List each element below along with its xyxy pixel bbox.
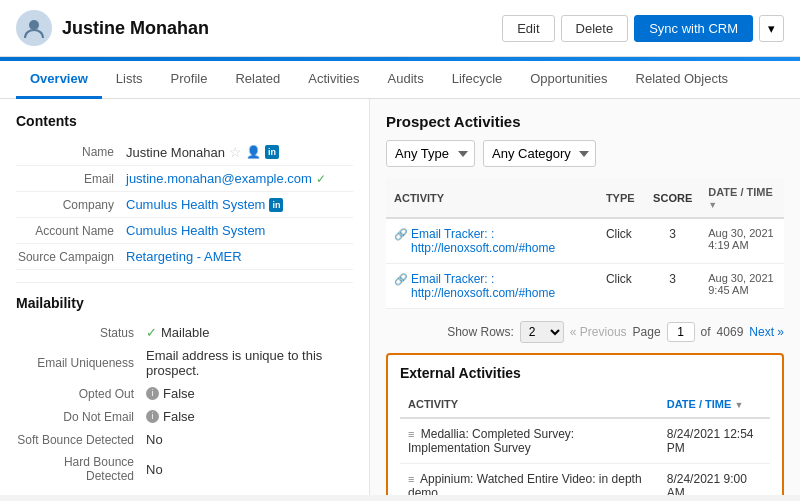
status-text: Mailable — [161, 325, 209, 340]
of-label: of — [701, 325, 711, 339]
mailable-check-icon: ✓ — [146, 325, 157, 340]
activity-row: 🔗 Email Tracker: : http://lenoxsoft.com/… — [386, 264, 784, 309]
show-rows-label: Show Rows: — [447, 325, 514, 339]
activity-cell-0: 🔗 Email Tracker: : http://lenoxsoft.com/… — [386, 218, 598, 264]
page-header: Justine Monahan Edit Delete Sync with CR… — [0, 0, 800, 57]
mailability-soft-bounce: Soft Bounce Detected No — [16, 428, 353, 451]
company-linkedin-icon[interactable]: in — [269, 198, 283, 212]
company-link[interactable]: Cumulus Health System — [126, 197, 265, 212]
date-sort-arrow: ▼ — [708, 200, 717, 210]
score-cell-1: 3 — [645, 264, 700, 309]
delete-button[interactable]: Delete — [561, 15, 629, 42]
sync-crm-button[interactable]: Sync with CRM — [634, 15, 753, 42]
activity-cell-1: 🔗 Email Tracker: : http://lenoxsoft.com/… — [386, 264, 598, 309]
tab-profile[interactable]: Profile — [157, 61, 222, 99]
account-link[interactable]: Cumulus Health System — [126, 223, 265, 238]
status-label: Status — [16, 326, 146, 340]
prospect-activities-section: Prospect Activities Any Type Email Click… — [386, 113, 784, 353]
type-cell-1: Click — [598, 264, 645, 309]
category-filter-select[interactable]: Any Category Marketing Sales — [483, 140, 596, 167]
tab-lifecycle[interactable]: Lifecycle — [438, 61, 517, 99]
score-cell-0: 3 — [645, 218, 700, 264]
email-uniqueness-value: Email address is unique to this prospect… — [146, 348, 353, 378]
activity-link-0[interactable]: 🔗 Email Tracker: : http://lenoxsoft.com/… — [394, 227, 590, 255]
mailability-status: Status ✓ Mailable — [16, 321, 353, 344]
email-value: justine.monahan@example.com ✓ — [126, 171, 353, 186]
activities-table: ACTIVITY TYPE SCORE DATE / TIME ▼ 🔗 Emai… — [386, 179, 784, 309]
nav-tabs: Overview Lists Profile Related Activitie… — [0, 61, 800, 99]
activity-link-1[interactable]: 🔗 Email Tracker: : http://lenoxsoft.com/… — [394, 272, 590, 300]
tab-overview[interactable]: Overview — [16, 61, 102, 99]
tab-activities[interactable]: Activities — [294, 61, 373, 99]
mailability-section: Mailability Status ✓ Mailable Email Uniq… — [16, 295, 353, 487]
page-label: Page — [633, 325, 661, 339]
external-activities-table: ACTIVITY DATE / TIME ▼ ≡ Medallia: Compl… — [400, 391, 770, 495]
name-value: Justine Monahan ☆ 👤 in — [126, 144, 353, 160]
ext-icon-0: ≡ — [408, 428, 414, 440]
page-number-input[interactable] — [667, 322, 695, 342]
account-label: Account Name — [16, 223, 126, 238]
edit-button[interactable]: Edit — [502, 15, 554, 42]
external-activities-section: External Activities ACTIVITY DATE / TIME… — [386, 353, 784, 495]
email-uniqueness-label: Email Uniqueness — [16, 356, 146, 370]
hard-bounce-label: Hard Bounce Detected — [16, 455, 146, 483]
opted-out-text: False — [163, 386, 195, 401]
mailability-do-not-email: Do Not Email i False — [16, 405, 353, 428]
type-cell-0: Click — [598, 218, 645, 264]
previous-page-button[interactable]: « Previous — [570, 325, 627, 339]
hard-bounce-value: No — [146, 462, 163, 477]
prospect-activities-title: Prospect Activities — [386, 113, 784, 130]
ext-activity-row: ≡ Appinium: Watched Entire Video: in dep… — [400, 464, 770, 496]
col-header-score: SCORE — [645, 179, 700, 218]
ext-activity-cell-0: ≡ Medallia: Completed Survey: Implementa… — [400, 418, 659, 464]
email-link[interactable]: justine.monahan@example.com — [126, 171, 312, 186]
right-panel: Prospect Activities Any Type Email Click… — [370, 99, 800, 495]
company-label: Company — [16, 197, 126, 212]
ext-icon-1: ≡ — [408, 473, 414, 485]
activity-row: 🔗 Email Tracker: : http://lenoxsoft.com/… — [386, 218, 784, 264]
mailability-uniqueness: Email Uniqueness Email address is unique… — [16, 344, 353, 382]
source-value: Retargeting - AMER — [126, 249, 353, 264]
page-title: Justine Monahan — [62, 18, 492, 39]
header-dropdown-button[interactable]: ▾ — [759, 15, 784, 42]
source-link[interactable]: Retargeting - AMER — [126, 249, 242, 264]
mailability-hard-bounce: Hard Bounce Detected No — [16, 451, 353, 487]
opted-out-label: Opted Out — [16, 387, 146, 401]
name-text: Justine Monahan — [126, 145, 225, 160]
col-header-type: TYPE — [598, 179, 645, 218]
soft-bounce-label: Soft Bounce Detected — [16, 433, 146, 447]
tab-opportunities[interactable]: Opportunities — [516, 61, 621, 99]
opted-out-info-icon[interactable]: i — [146, 387, 159, 400]
field-name: Name Justine Monahan ☆ 👤 in — [16, 139, 353, 166]
ext-date-sort-arrow: ▼ — [734, 400, 743, 410]
col-header-date: DATE / TIME ▼ — [700, 179, 784, 218]
tab-lists[interactable]: Lists — [102, 61, 157, 99]
left-panel: Contents Name Justine Monahan ☆ 👤 in Ema… — [0, 99, 370, 495]
type-filter-select[interactable]: Any Type Email Click View Form — [386, 140, 475, 167]
account-value: Cumulus Health System — [126, 223, 353, 238]
col-header-activity: ACTIVITY — [386, 179, 598, 218]
next-page-button[interactable]: Next » — [749, 325, 784, 339]
opted-out-value: i False — [146, 386, 195, 401]
source-label: Source Campaign — [16, 249, 126, 264]
ext-table-header-row: ACTIVITY DATE / TIME ▼ — [400, 391, 770, 418]
tab-related-objects[interactable]: Related Objects — [622, 61, 743, 99]
do-not-email-value: i False — [146, 409, 195, 424]
rows-per-page-select[interactable]: 2 5 10 — [520, 321, 564, 343]
do-not-email-info-icon[interactable]: i — [146, 410, 159, 423]
company-value: Cumulus Health System in — [126, 197, 353, 212]
date-cell-0: Aug 30, 2021 4:19 AM — [700, 218, 784, 264]
activities-table-header-row: ACTIVITY TYPE SCORE DATE / TIME ▼ — [386, 179, 784, 218]
total-pages: 4069 — [717, 325, 744, 339]
tab-audits[interactable]: Audits — [374, 61, 438, 99]
star-icon[interactable]: ☆ — [229, 144, 242, 160]
header-actions: Edit Delete Sync with CRM ▾ — [502, 15, 784, 42]
do-not-email-text: False — [163, 409, 195, 424]
filter-row: Any Type Email Click View Form Any Categ… — [386, 140, 784, 167]
tab-related[interactable]: Related — [221, 61, 294, 99]
main-content: Contents Name Justine Monahan ☆ 👤 in Ema… — [0, 99, 800, 495]
name-label: Name — [16, 144, 126, 159]
linkedin-icon[interactable]: in — [265, 145, 279, 159]
ext-activity-cell-1: ≡ Appinium: Watched Entire Video: in dep… — [400, 464, 659, 496]
field-account: Account Name Cumulus Health System — [16, 218, 353, 244]
